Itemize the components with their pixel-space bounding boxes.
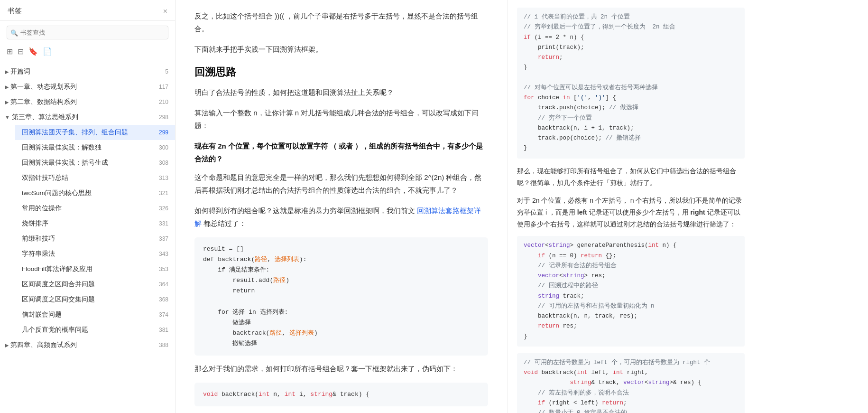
sidebar-item-ch3-13[interactable]: 信封嵌套问题 374 [15,307,175,322]
sidebar-item-label: 烧饼排序 [22,219,155,228]
sidebar-item-label: 信封嵌套问题 [22,310,155,319]
sidebar-item-count: 381 [159,327,168,333]
sidebar-item-label: 回溯算法团灭子集、排列、组合问题 [22,128,155,137]
sidebar-item-ch3-11[interactable]: 区间调度之区间合并问题 364 [15,277,175,292]
sidebar-item-count: 308 [159,160,168,166]
main-content: 反之，比如这个括号组合 ))(( ，前几个子串都是右括号多于左括号，显然不是合法… [175,0,868,413]
sidebar-item-ch3-1[interactable]: 回溯算法团灭子集、排列、组合问题 299 [15,125,175,140]
right-code-panel: // i 代表当前的位置，共 2n 个位置 // 穷举到最后一个位置了，得到一个… [508,0,754,413]
bookmark-filled-icon[interactable]: 🔖 [28,47,38,56]
para2: 算法输入一个整数 n，让你计算 n 对儿括号能组成几种合法的括号组合，可以改写成… [194,106,488,132]
sidebar: 书签 × 🔍 ⊞ ⊟ 🔖 📄 ▶ 开篇词 5 ▶ 第一章、动态规划系列 117 … [0,0,175,413]
sidebar-item-label: 第一章、动态规划系列 [10,83,77,91]
sidebar-ch3-children: 回溯算法团灭子集、排列、组合问题 299 回溯算法最佳实践：解数独 300 回溯… [0,125,175,338]
sidebar-item-label: 几个反直觉的概率问题 [22,326,155,334]
para3: 这个命题和题目的意思完全是一样的对吧，那么我们先想想如何得到全部 2^(2n) … [194,171,488,197]
sidebar-item-count: 210 [159,99,168,105]
sidebar-item-count: 313 [159,175,168,181]
sidebar-item-ch3[interactable]: ▼ 第三章、算法思维系列 298 [0,110,175,125]
sidebar-item-label: 第三章、算法思维系列 [12,113,78,122]
chevron-down-icon: ▼ [5,114,10,120]
sidebar-item-label: 常用的位操作 [22,204,155,213]
close-icon[interactable]: × [163,7,167,16]
sidebar-item-ch3-2[interactable]: 回溯算法最佳实践：解数独 300 [15,140,175,155]
sidebar-item-ch3-9[interactable]: 字符串乘法 343 [15,246,175,262]
sidebar-item-ch3-4[interactable]: 双指针技巧总结 313 [15,170,175,186]
right-text2: 对于 2n 个位置，必然有 n 个左括号， n 个右括号，所以我们不是简单的记录… [517,195,745,231]
right-text1: 那么，现在能够打印所有括号组合了，如何从它们中筛选出合法的括号组合呢？很简单，加… [517,165,745,189]
sidebar-item-ch3-6[interactable]: 常用的位操作 326 [15,201,175,216]
sidebar-item-count: 321 [159,190,168,197]
sidebar-nav: ▶ 开篇词 5 ▶ 第一章、动态规划系列 117 ▶ 第二章、数据结构系列 21… [0,61,175,413]
sidebar-item-ch1[interactable]: ▶ 第一章、动态规划系列 117 [0,79,175,94]
sidebar-item-label: 双指针技巧总结 [22,174,155,182]
section-heading: 回溯思路 [194,65,488,79]
chevron-right-icon: ▶ [5,99,9,105]
sidebar-item-count: 326 [159,205,168,212]
code-block-1: result = [] def backtrack(路径, 选择列表): if … [194,237,488,356]
sidebar-toolbar: ⊞ ⊟ 🔖 📄 [0,44,175,61]
intro-text: 反之，比如这个括号组合 ))(( ，前几个子串都是右括号多于左括号，显然不是合法… [194,9,488,35]
collapse-all-icon[interactable]: ⊟ [18,47,24,56]
expand-all-icon[interactable]: ⊞ [7,47,13,56]
intro-text2: 下面就来手把手实践一下回溯算法框架。 [194,43,488,56]
sidebar-item-count: 374 [159,311,168,318]
sidebar-item-count: 331 [159,220,168,227]
sidebar-item-count: 364 [159,281,168,288]
sidebar-item-ch3-10[interactable]: FloodFill算法详解及应用 353 [15,262,175,277]
sidebar-item-ch4[interactable]: ▶ 第四章、高频面试系列 388 [0,338,175,353]
right-code-main: vector<string> generateParenthesis(int n… [517,236,745,347]
sidebar-item-label: 前缀和技巧 [22,235,155,243]
sidebar-item-ch3-7[interactable]: 烧饼排序 331 [15,216,175,231]
sidebar-item-label: 第二章、数据结构系列 [10,98,77,106]
right-code-bottom: // 可用的左括号数量为 left 个，可用的右括号数量为 right 个 vo… [517,353,745,413]
code-block-2: void backtrack(int n, int i, string& tra… [194,383,488,406]
sidebar-item-label: 第四章、高频面试系列 [10,341,77,349]
para5: 那么对于我们的需求，如何打印所有括号组合呢？套一下框架就出来了，伪码如下： [194,362,488,375]
sidebar-item-count: 299 [159,129,168,136]
search-icon: 🔍 [10,29,18,36]
backtrack-link[interactable]: 回溯算法套路框架详解 [194,206,481,227]
bookmark-outline-icon[interactable]: 📄 [43,47,52,56]
sidebar-item-ch3-8[interactable]: 前缀和技巧 337 [15,231,175,246]
sidebar-item-ch3-14[interactable]: 几个反直觉的概率问题 381 [15,322,175,338]
sidebar-header: 书签 × [0,0,175,21]
sidebar-item-count: 337 [159,235,168,242]
chevron-right-icon: ▶ [5,84,9,90]
sidebar-title: 书签 [8,7,22,16]
chevron-right-icon: ▶ [5,342,9,348]
sidebar-search-wrapper: 🔍 [7,26,168,39]
sidebar-item-label: twoSum问题的核心思想 [22,189,155,197]
para1: 明白了合法括号的性质，如何把这道题和回溯算法扯上关系呢？ [194,86,488,99]
sidebar-item-ch3-5[interactable]: twoSum问题的核心思想 321 [15,186,175,201]
chevron-right-icon: ▶ [5,69,9,75]
sidebar-item-count: 117 [159,84,168,90]
sidebar-item-count: 5 [165,68,168,75]
sidebar-item-ch2[interactable]: ▶ 第二章、数据结构系列 210 [0,94,175,110]
sidebar-item-label: 区间调度之区间交集问题 [22,295,155,304]
sidebar-item-count: 353 [159,266,168,272]
bold-question: 现在有 2n 个位置，每个位置可以放置字符 （ 或者 ），组成的所有括号组合中，… [194,140,488,165]
content-area: 反之，比如这个括号组合 ))(( ，前几个子串都是右括号多于左括号，显然不是合法… [175,0,508,413]
search-input[interactable] [7,26,168,39]
sidebar-item-label: 回溯算法最佳实践：括号生成 [22,159,155,167]
right-code-top: // i 代表当前的位置，共 2n 个位置 // 穷举到最后一个位置了，得到一个… [517,8,745,159]
para4: 如何得到所有的组合呢？这就是标准的暴力穷举回溯框架啊，我们前文 回溯算法套路框架… [194,204,488,230]
sidebar-item-count: 368 [159,296,168,303]
sidebar-item-intro[interactable]: ▶ 开篇词 5 [0,64,175,79]
sidebar-item-label: 回溯算法最佳实践：解数独 [22,143,155,152]
sidebar-item-count: 388 [159,342,168,348]
sidebar-item-label: 开篇词 [10,67,30,76]
sidebar-item-ch3-3[interactable]: 回溯算法最佳实践：括号生成 308 [15,155,175,170]
sidebar-item-count: 298 [159,114,168,121]
sidebar-item-label: 区间调度之区间合并问题 [22,280,155,289]
sidebar-item-count: 343 [159,251,168,257]
sidebar-item-label: 字符串乘法 [22,250,155,258]
sidebar-item-label: FloodFill算法详解及应用 [22,265,155,273]
sidebar-item-ch3-12[interactable]: 区间调度之区间交集问题 368 [15,292,175,307]
sidebar-item-count: 300 [159,144,168,151]
